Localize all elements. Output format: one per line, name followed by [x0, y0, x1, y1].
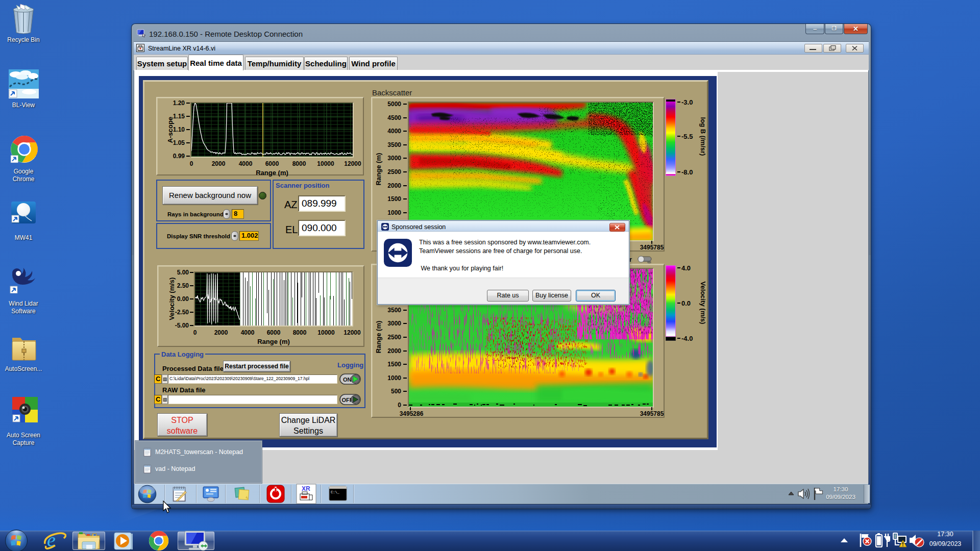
svg-text:XR: XR	[302, 485, 310, 492]
svg-text:C:\_: C:\_	[331, 490, 340, 494]
svg-text:ON: ON	[343, 377, 352, 383]
